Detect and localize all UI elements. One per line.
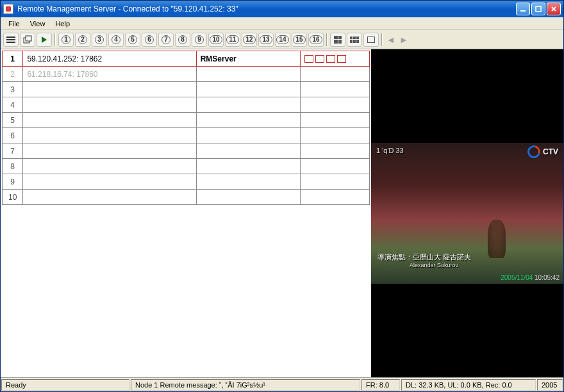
table-row[interactable]: 159.120.41.252: 17862RMServer bbox=[3, 51, 370, 67]
row-name: RMServer bbox=[196, 51, 300, 67]
indicator-box[interactable] bbox=[337, 55, 346, 63]
menu-view[interactable]: View bbox=[25, 19, 51, 29]
table-row[interactable]: 7 bbox=[3, 143, 370, 159]
video-figure bbox=[488, 220, 506, 258]
table-row[interactable]: 3 bbox=[3, 82, 370, 97]
row-indicators bbox=[300, 174, 369, 190]
row-number: 5 bbox=[3, 113, 23, 128]
row-address bbox=[23, 143, 196, 159]
channel-button-13[interactable]: 13 bbox=[258, 33, 274, 47]
row-number: 6 bbox=[3, 128, 23, 143]
table-row[interactable]: 6 bbox=[3, 128, 370, 143]
svg-rect-1 bbox=[536, 6, 541, 12]
row-number: 8 bbox=[3, 159, 23, 174]
logo-arc-icon bbox=[525, 143, 542, 160]
channel-button-2[interactable]: 2 bbox=[75, 33, 90, 47]
table-row[interactable]: 8 bbox=[3, 159, 370, 174]
app-window: Remote Management Server - Connected to … bbox=[0, 0, 564, 392]
indicator-box[interactable] bbox=[315, 55, 324, 63]
row-name bbox=[196, 143, 300, 159]
grid-2x2-icon[interactable] bbox=[330, 33, 345, 47]
menu-file[interactable]: File bbox=[3, 19, 25, 29]
timestamp-time: 10:05:42 bbox=[535, 274, 560, 281]
row-indicators bbox=[300, 159, 369, 174]
toolbar: 12345678910111213141516 ◄ ► bbox=[1, 30, 563, 49]
row-number: 10 bbox=[3, 190, 23, 205]
next-arrow-icon[interactable]: ► bbox=[398, 34, 410, 45]
connection-list-pane: 159.120.41.252: 17862RMServer261.218.16.… bbox=[1, 49, 371, 377]
channel-button-8[interactable]: 8 bbox=[175, 33, 190, 47]
indicator-box[interactable] bbox=[304, 55, 313, 63]
channel-button-10[interactable]: 10 bbox=[208, 33, 224, 47]
row-indicators bbox=[300, 128, 369, 143]
single-view-icon[interactable] bbox=[363, 33, 379, 47]
minimize-button[interactable] bbox=[516, 3, 530, 15]
status-bar: Ready Node 1 Remote message: ˚, ˚ÅI 7iG³… bbox=[1, 377, 563, 391]
title-bar[interactable]: Remote Management Server - Connected to … bbox=[1, 1, 563, 17]
row-indicators bbox=[300, 82, 369, 97]
play-icon[interactable] bbox=[37, 33, 52, 47]
channel-button-14[interactable]: 14 bbox=[275, 33, 290, 47]
list-view-icon[interactable] bbox=[3, 33, 19, 47]
svg-rect-0 bbox=[520, 10, 526, 12]
status-message: Node 1 Remote message: ˚, ˚ÅI 7iG³s½u¹ bbox=[131, 379, 360, 391]
row-address bbox=[23, 128, 196, 143]
row-number: 3 bbox=[3, 82, 23, 97]
video-timestamp: 2005/11/04 10:05:42 bbox=[501, 274, 560, 281]
row-indicators bbox=[300, 67, 369, 82]
table-row[interactable]: 4 bbox=[3, 97, 370, 113]
row-name bbox=[196, 82, 300, 97]
content-area: 159.120.41.252: 17862RMServer261.218.16.… bbox=[1, 49, 563, 377]
status-transfer: DL: 32.3 KB, UL: 0.0 KB, Rec: 0.0 bbox=[401, 379, 536, 391]
channel-button-6[interactable]: 6 bbox=[142, 33, 157, 47]
row-address bbox=[23, 174, 196, 190]
row-number: 7 bbox=[3, 143, 23, 159]
video-logo: CTV bbox=[527, 145, 558, 158]
row-number: 2 bbox=[3, 67, 23, 82]
row-address bbox=[23, 82, 196, 97]
row-indicators bbox=[300, 97, 369, 113]
layers-icon[interactable] bbox=[20, 33, 35, 47]
table-row[interactable]: 5 bbox=[3, 113, 370, 128]
row-number: 1 bbox=[3, 51, 23, 67]
menu-bar: File View Help bbox=[1, 17, 563, 30]
channel-button-15[interactable]: 15 bbox=[292, 33, 307, 47]
row-name bbox=[196, 67, 300, 82]
grid-3x2-icon[interactable] bbox=[347, 33, 362, 47]
video-pane: 1 'q'D 33 CTV 導演焦點：亞歷山大 薩古諾夫 Alexander S… bbox=[371, 49, 563, 377]
table-row[interactable]: 10 bbox=[3, 190, 370, 205]
channel-button-4[interactable]: 4 bbox=[108, 33, 124, 47]
row-name bbox=[196, 113, 300, 128]
row-name bbox=[196, 97, 300, 113]
row-address bbox=[23, 159, 196, 174]
prev-arrow-icon[interactable]: ◄ bbox=[385, 34, 397, 45]
window-title: Remote Management Server - Connected to … bbox=[17, 4, 516, 13]
channel-button-12[interactable]: 12 bbox=[242, 33, 257, 47]
app-icon bbox=[3, 4, 13, 14]
logo-text: CTV bbox=[543, 147, 558, 156]
channel-button-16[interactable]: 16 bbox=[308, 33, 324, 47]
channel-button-1[interactable]: 1 bbox=[58, 33, 74, 47]
video-channel-label: 1 'q'D 33 bbox=[376, 147, 404, 154]
channel-button-7[interactable]: 7 bbox=[158, 33, 174, 47]
row-indicators bbox=[300, 190, 369, 205]
channel-button-11[interactable]: 11 bbox=[225, 33, 240, 47]
row-address bbox=[23, 97, 196, 113]
table-row[interactable]: 261.218.16.74: 17860 bbox=[3, 67, 370, 82]
channel-button-3[interactable]: 3 bbox=[92, 33, 107, 47]
video-preview[interactable]: 1 'q'D 33 CTV 導演焦點：亞歷山大 薩古諾夫 Alexander S… bbox=[371, 143, 563, 284]
close-button[interactable] bbox=[547, 3, 561, 15]
row-name bbox=[196, 128, 300, 143]
row-name bbox=[196, 174, 300, 190]
channel-button-5[interactable]: 5 bbox=[125, 33, 140, 47]
indicator-box[interactable] bbox=[326, 55, 335, 63]
channel-button-9[interactable]: 9 bbox=[192, 33, 207, 47]
subtitle-cjk: 導演焦點：亞歷山大 薩古諾夫 bbox=[377, 253, 471, 261]
row-indicators bbox=[300, 113, 369, 128]
row-address: 59.120.41.252: 17862 bbox=[23, 51, 196, 67]
row-address: 61.218.16.74: 17860 bbox=[23, 67, 196, 82]
row-indicators bbox=[300, 143, 369, 159]
table-row[interactable]: 9 bbox=[3, 174, 370, 190]
menu-help[interactable]: Help bbox=[50, 19, 75, 29]
maximize-button[interactable] bbox=[531, 3, 545, 15]
